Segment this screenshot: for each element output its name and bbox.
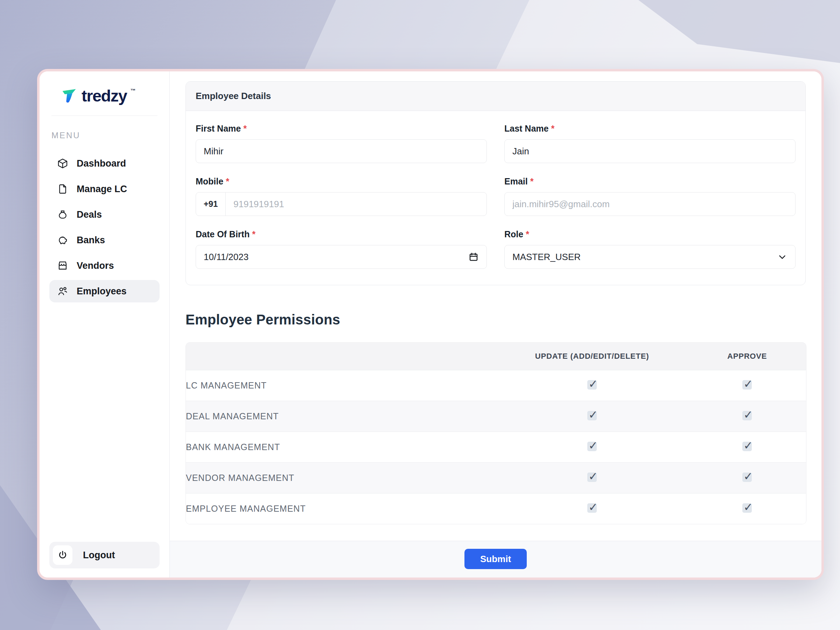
tredzy-logo-icon bbox=[60, 87, 78, 105]
permission-row-label: DEAL MANAGEMENT bbox=[186, 401, 496, 431]
employee-details-title: Employee Details bbox=[186, 82, 805, 111]
first-name-control bbox=[196, 139, 487, 163]
first-name-input[interactable] bbox=[196, 140, 486, 163]
storefront-icon bbox=[57, 260, 68, 271]
label-text: Email bbox=[504, 177, 528, 186]
table-row: BANK MANAGEMENT bbox=[186, 431, 806, 463]
table-row: LC MANAGEMENT bbox=[186, 370, 806, 401]
required-marker: * bbox=[226, 177, 229, 186]
users-icon bbox=[57, 286, 68, 297]
email-label: Email* bbox=[504, 177, 796, 186]
logout-button[interactable]: Logout bbox=[49, 542, 159, 568]
update-checkbox-checked[interactable] bbox=[587, 442, 597, 451]
content-area: Employee Details First Name* Last Name* bbox=[170, 71, 821, 541]
approve-checkbox-checked[interactable] bbox=[742, 472, 752, 482]
logout-label: Logout bbox=[83, 550, 115, 561]
sidebar-item-label: Dashboard bbox=[77, 158, 126, 169]
submit-button[interactable]: Submit bbox=[464, 549, 527, 569]
last-name-field-group: Last Name* bbox=[504, 123, 796, 163]
first-name-field-group: First Name* bbox=[196, 123, 487, 163]
label-text: First Name bbox=[196, 123, 241, 133]
employee-details-form: First Name* Last Name* bbox=[186, 111, 805, 285]
email-control bbox=[504, 192, 796, 216]
permissions-table: UPDATE (ADD/EDIT/DELETE) APPROVE LC MANA… bbox=[185, 342, 807, 524]
mobile-input[interactable] bbox=[226, 193, 486, 216]
menu-section-label: MENU bbox=[49, 116, 159, 141]
sidebar-item-dashboard[interactable]: Dashboard bbox=[49, 152, 159, 175]
mobile-field-group: Mobile* +91 bbox=[196, 177, 487, 216]
update-column-header: UPDATE (ADD/EDIT/DELETE) bbox=[496, 343, 688, 370]
cube-icon bbox=[57, 158, 68, 169]
dob-input[interactable]: 10/11/2023 bbox=[196, 245, 487, 269]
email-field-group: Email* bbox=[504, 177, 796, 216]
label-text: Date Of Birth bbox=[196, 229, 249, 239]
permission-row-label: VENDOR MANAGEMENT bbox=[186, 463, 496, 493]
sidebar-item-label: Deals bbox=[77, 209, 102, 220]
role-select[interactable]: MASTER_USER bbox=[504, 245, 796, 269]
update-checkbox-checked[interactable] bbox=[587, 411, 597, 420]
module-column-header bbox=[186, 343, 496, 370]
update-checkbox-checked[interactable] bbox=[587, 380, 597, 390]
dob-value: 10/11/2023 bbox=[204, 252, 248, 262]
main-content: Employee Details First Name* Last Name* bbox=[170, 71, 821, 578]
money-bag-icon bbox=[57, 209, 68, 220]
sidebar-item-label: Vendors bbox=[77, 261, 114, 271]
piggy-bank-icon bbox=[57, 235, 68, 246]
update-checkbox-checked[interactable] bbox=[587, 472, 597, 482]
dob-field-group: Date Of Birth* 10/11/2023 bbox=[196, 229, 487, 269]
app-window: tredzy ™ MENU Dashboard Manage LC bbox=[37, 69, 824, 580]
table-row: DEAL MANAGEMENT bbox=[186, 401, 806, 431]
required-marker: * bbox=[530, 177, 534, 186]
sidebar-item-label: Banks bbox=[77, 235, 105, 246]
sidebar-item-label: Manage LC bbox=[77, 184, 127, 194]
label-text: Role bbox=[504, 229, 523, 239]
sidebar: tredzy ™ MENU Dashboard Manage LC bbox=[39, 71, 170, 578]
approve-checkbox-checked[interactable] bbox=[742, 411, 752, 420]
sidebar-item-manage-lc[interactable]: Manage LC bbox=[49, 178, 159, 200]
role-selected-value: MASTER_USER bbox=[512, 252, 581, 262]
brand-name: tredzy bbox=[82, 87, 127, 105]
employee-details-card: Employee Details First Name* Last Name* bbox=[185, 81, 806, 285]
last-name-input[interactable] bbox=[505, 140, 795, 163]
brand-logo: tredzy ™ bbox=[49, 71, 159, 105]
sidebar-item-label: Employees bbox=[77, 286, 127, 297]
approve-column-header: APPROVE bbox=[688, 343, 806, 370]
update-checkbox-checked[interactable] bbox=[587, 503, 597, 513]
sidebar-nav: Dashboard Manage LC Deals Banks bbox=[49, 152, 159, 302]
required-marker: * bbox=[252, 229, 256, 239]
sidebar-item-banks[interactable]: Banks bbox=[49, 229, 159, 251]
mobile-control: +91 bbox=[196, 192, 487, 216]
last-name-control bbox=[504, 139, 796, 163]
sidebar-spacer bbox=[49, 302, 159, 542]
permission-row-label: EMPLOYEE MANAGEMENT bbox=[186, 494, 496, 524]
permission-row-label: LC MANAGEMENT bbox=[186, 371, 496, 400]
required-marker: * bbox=[243, 123, 247, 133]
role-label: Role* bbox=[504, 229, 796, 239]
sidebar-item-deals[interactable]: Deals bbox=[49, 203, 159, 226]
employee-permissions-title: Employee Permissions bbox=[185, 312, 806, 328]
mobile-label: Mobile* bbox=[196, 177, 487, 186]
chevron-down-icon bbox=[777, 252, 788, 262]
table-row: VENDOR MANAGEMENT bbox=[186, 463, 806, 493]
mobile-country-code: +91 bbox=[196, 193, 226, 216]
permission-row-label: BANK MANAGEMENT bbox=[186, 432, 496, 462]
sidebar-item-vendors[interactable]: Vendors bbox=[49, 254, 159, 277]
approve-checkbox-checked[interactable] bbox=[742, 503, 752, 513]
approve-checkbox-checked[interactable] bbox=[742, 442, 752, 451]
sidebar-item-employees[interactable]: Employees bbox=[49, 280, 159, 302]
form-footer: Submit bbox=[170, 541, 821, 578]
approve-checkbox-checked[interactable] bbox=[742, 380, 752, 390]
calendar-icon[interactable] bbox=[468, 252, 479, 262]
document-icon bbox=[57, 183, 68, 194]
dob-label: Date Of Birth* bbox=[196, 229, 487, 239]
last-name-label: Last Name* bbox=[504, 123, 796, 134]
power-icon bbox=[53, 545, 73, 565]
permissions-table-header: UPDATE (ADD/EDIT/DELETE) APPROVE bbox=[186, 343, 806, 370]
brand-trademark: ™ bbox=[130, 87, 136, 93]
first-name-label: First Name* bbox=[196, 123, 487, 134]
role-field-group: Role* MASTER_USER bbox=[504, 229, 796, 269]
required-marker: * bbox=[551, 123, 554, 133]
email-input[interactable] bbox=[505, 193, 795, 216]
label-text: Mobile bbox=[196, 177, 223, 186]
table-row: EMPLOYEE MANAGEMENT bbox=[186, 493, 806, 524]
